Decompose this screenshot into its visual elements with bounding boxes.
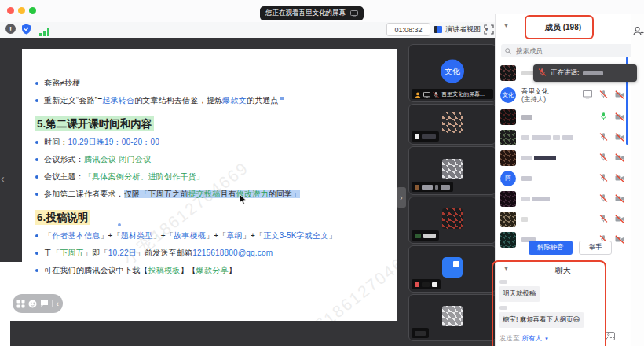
bullet-dot	[35, 234, 38, 237]
video-tile[interactable]: 文化吾里文化的屏幕...	[408, 44, 496, 102]
member-row[interactable]	[500, 127, 626, 148]
tile-name-label	[412, 182, 453, 192]
member-row[interactable]	[500, 189, 626, 209]
mic-muted-icon[interactable]	[599, 151, 608, 165]
camera-off-icon[interactable]	[615, 171, 624, 186]
redacted-avatar	[442, 159, 463, 179]
zoom-button[interactable]	[29, 7, 36, 14]
redacted-avatar	[500, 232, 516, 248]
member-row[interactable]: 文化吾里文化(主持人)	[500, 83, 626, 107]
video-tile[interactable]	[408, 294, 496, 341]
meeting-timer: 01:08:32	[386, 23, 430, 36]
doc-bullet: 套路≠抄梗	[35, 77, 384, 90]
member-orange-icon	[415, 87, 421, 101]
redacted-name	[521, 195, 552, 203]
doc-bullet: 参加第二课作者要求：仅限「下周五之前提交投稿且有修改潜力的同学」	[35, 188, 384, 201]
page-margin	[0, 321, 10, 346]
unmute-button[interactable]: 解除静音	[529, 241, 573, 255]
redacted-avatar	[442, 208, 463, 229]
screen-icon	[423, 87, 430, 101]
avatar: 文化	[441, 60, 464, 83]
redacted-avatar	[500, 109, 516, 125]
doc-bullet: 于「下周五」即「10.22日」前发送至邮箱1215618800@qq.com	[35, 247, 384, 260]
video-tile[interactable]	[408, 104, 496, 145]
logo-avatar	[442, 257, 463, 278]
doc-bullet: 「作者基本信息」+「题材类型」+「故事梗概」+「章纲」+「正文3-5K字或全文」	[35, 230, 384, 242]
emoji-icon[interactable]	[28, 300, 37, 308]
video-tile[interactable]	[408, 197, 496, 244]
camera-off-icon[interactable]	[615, 131, 624, 145]
member-search-input[interactable]	[514, 46, 612, 56]
document-content: 套路≠抄梗重新定义“套路”=起承转合的文章结构去借鉴，提炼爆款文的共通点5.第二…	[22, 49, 397, 277]
redacted-avatar	[500, 150, 516, 166]
redacted-name	[521, 215, 530, 223]
watching-screen-banner: 您正在观看吾里文化的屏幕	[260, 6, 364, 20]
redacted-avatar	[442, 306, 463, 326]
shield-icon[interactable]	[21, 24, 31, 38]
strip-expand-handle[interactable]: ›	[397, 187, 406, 208]
member-row[interactable]	[500, 209, 626, 230]
avatar: 阿	[500, 171, 516, 186]
member-row[interactable]: 阿	[500, 168, 626, 189]
member-name: 吾里文化(主持人)	[521, 87, 548, 103]
search-icon	[505, 48, 511, 54]
doc-bullet: 可在我们的腾讯会议中下载【投稿模板】【爆款分享】	[35, 264, 384, 277]
send-image-button[interactable]	[606, 329, 615, 344]
bullet-dot	[35, 175, 38, 179]
tile-name-label	[412, 279, 441, 289]
meeting-window: 您正在观看吾里文化的屏幕 ! 01:08:32 演讲者视图 ▼ ‹ 套路≠抄梗重…	[0, 0, 644, 346]
minimize-button[interactable]	[18, 7, 25, 14]
camera-off-icon[interactable]	[615, 110, 624, 124]
member-row[interactable]	[500, 107, 626, 127]
bullet-dot	[35, 158, 38, 161]
mic-muted-icon[interactable]	[599, 131, 608, 145]
video-tile[interactable]	[408, 245, 496, 293]
video-tile[interactable]	[408, 146, 496, 195]
divider	[52, 300, 53, 307]
member-search[interactable]	[501, 44, 633, 57]
mic-muted-icon[interactable]	[599, 171, 608, 186]
apps-grid-icon[interactable]	[16, 300, 25, 308]
shared-document-page: 套路≠抄梗重新定义“套路”=起承转合的文章结构去借鉴，提炼爆款文的共通点5.第二…	[22, 49, 397, 321]
speaker-view-icon	[434, 26, 442, 33]
redacted-name	[521, 134, 576, 142]
redacted-avatar	[500, 65, 516, 81]
page-prev-icon[interactable]: ‹	[1, 173, 5, 184]
bullet-dot	[35, 99, 38, 102]
speaker-view-button[interactable]: 演讲者视图 ▼	[434, 23, 489, 36]
doc-bullet: 时间：10.29日晚19：00-20：00	[35, 136, 384, 149]
bullet-dot	[35, 252, 38, 255]
mic-muted-icon[interactable]	[599, 88, 608, 102]
mic-muted-icon[interactable]	[599, 212, 608, 226]
member-row[interactable]	[500, 148, 626, 168]
raise-hand-button[interactable]: 举手	[579, 241, 612, 255]
mic-active-icon[interactable]	[599, 110, 608, 124]
camera-off-icon[interactable]	[615, 192, 624, 206]
tile-name-label	[412, 328, 429, 338]
redacted-avatar	[500, 130, 516, 145]
comment-anchor	[280, 97, 284, 100]
banner-text: 您正在观看吾里文化的屏幕	[265, 9, 346, 18]
fullscreen-button[interactable]	[484, 24, 494, 38]
camera-off-icon[interactable]	[615, 233, 624, 247]
shared-screen-stage: ‹ 套路≠抄梗重新定义“套路”=起承转合的文章结构去借鉴，提炼爆款文的共通点5.…	[0, 38, 496, 346]
collapse-left-icon[interactable]: ‹	[56, 300, 59, 307]
doc-heading: 5.第二课开课时间和内容	[35, 117, 384, 131]
camera-off-icon[interactable]	[615, 212, 624, 226]
mic-muted-icon[interactable]	[599, 192, 608, 206]
mouse-cursor	[239, 194, 248, 205]
share-tools-pill: ‹	[13, 294, 63, 313]
bullet-dot	[35, 82, 38, 85]
close-button[interactable]	[7, 7, 14, 14]
camera-off-icon[interactable]	[615, 88, 624, 102]
redacted-name	[521, 154, 558, 162]
person-add-icon[interactable]	[633, 26, 644, 37]
annotation-box-members	[525, 15, 594, 39]
mic-muted-icon	[433, 87, 439, 101]
camera-off-icon[interactable]	[615, 151, 624, 165]
doc-bullet: 会议主题：「具体案例分析、进阶创作干货」	[35, 171, 384, 183]
chat-bubble-icon[interactable]	[40, 300, 49, 308]
redacted-avatar	[442, 112, 463, 133]
redacted-name	[583, 71, 603, 75]
info-icon[interactable]: !	[5, 24, 16, 34]
